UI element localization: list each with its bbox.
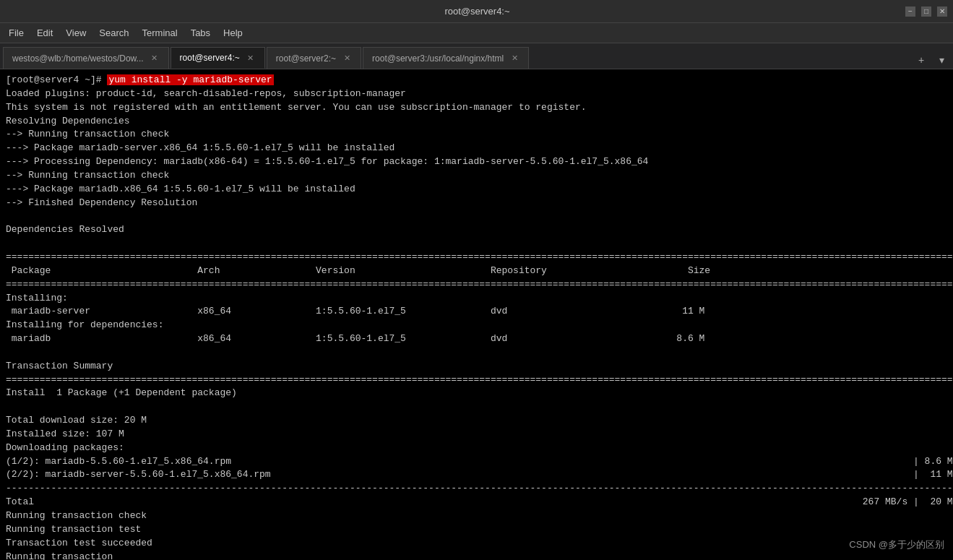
output-line-4: --> Running transaction check bbox=[6, 129, 169, 139]
separator-1: ========================================… bbox=[6, 251, 953, 262]
dl1-row: (1/2): mariadb-5.5.60-1.el7_5.x86_64.rpm… bbox=[6, 456, 953, 467]
close-button[interactable]: ✕ bbox=[937, 7, 947, 17]
pkg2-row: mariadb x86_64 1:5.5.60-1.el7_5 dvd 8.6 … bbox=[6, 333, 704, 344]
menu-file[interactable]: File bbox=[3, 25, 30, 40]
table-header: Package Arch Version Repository Size bbox=[6, 265, 710, 276]
run-check: Running transaction check bbox=[6, 510, 147, 521]
tab-server2-close[interactable]: ✕ bbox=[342, 53, 352, 64]
maximize-button[interactable]: □ bbox=[921, 7, 931, 17]
dl2-row: (2/2): mariadb-server-5.5.60-1.el7_5.x86… bbox=[6, 469, 953, 480]
tab-server3-label: root@server3:/usr/local/nginx/html bbox=[372, 53, 504, 64]
tab-bar: westos@wlb:/home/westos/Dow... ✕ root@se… bbox=[0, 43, 953, 69]
prompt: [root@server4 ~]# bbox=[6, 74, 107, 85]
summary-label: Transaction Summary bbox=[6, 361, 113, 371]
output-line-1: Loaded plugins: product-id, search-disab… bbox=[6, 88, 406, 99]
menu-search[interactable]: Search bbox=[93, 25, 134, 40]
tab-server4-label: root@server4:~ bbox=[180, 53, 240, 63]
command-highlight: yum install -y mariadb-server bbox=[107, 74, 273, 85]
dep-label: Installing for dependencies: bbox=[6, 319, 163, 330]
tab-server2-label: root@server2:~ bbox=[276, 53, 336, 64]
output-line-7: --> Running transaction check bbox=[6, 170, 169, 181]
total-row: Total 267 MB/s | 20 MB 00:00:00 bbox=[6, 496, 953, 507]
menu-view[interactable]: View bbox=[60, 25, 92, 40]
separator-3: ========================================… bbox=[6, 374, 953, 385]
tab-dropdown-button[interactable]: ▾ bbox=[933, 51, 950, 69]
installing-label: Installing: bbox=[6, 293, 68, 303]
minimize-button[interactable]: − bbox=[905, 7, 915, 17]
pkg1-row: mariadb-server x86_64 1:5.5.60-1.el7_5 d… bbox=[6, 306, 704, 316]
tab-server3[interactable]: root@server3:/usr/local/nginx/html ✕ bbox=[363, 47, 529, 69]
output-line-6: ---> Processing Dependency: mariadb(x86-… bbox=[6, 156, 648, 167]
separator-2: ========================================… bbox=[6, 279, 953, 290]
run-transaction: Running transaction bbox=[6, 551, 113, 560]
terminal-output[interactable]: [root@server4 ~]# yum install -y mariadb… bbox=[0, 69, 953, 560]
title-bar: root@server4:~ − □ ✕ bbox=[0, 0, 953, 23]
menu-edit[interactable]: Edit bbox=[31, 25, 59, 40]
test-succeeded: Transaction test succeeded bbox=[6, 538, 152, 548]
output-line-5: ---> Package mariadb-server.x86_64 1:5.5… bbox=[6, 142, 394, 153]
download-size: Total download size: 20 M bbox=[6, 415, 147, 426]
separator-4: ----------------------------------------… bbox=[6, 483, 953, 494]
tab-server4-close[interactable]: ✕ bbox=[246, 53, 256, 63]
output-line-2: This system is not registered with an en… bbox=[6, 102, 587, 113]
tab-westos-close[interactable]: ✕ bbox=[150, 53, 160, 64]
installed-size: Installed size: 107 M bbox=[6, 428, 124, 439]
output-line-8: ---> Package mariadb.x86_64 1:5.5.60-1.e… bbox=[6, 184, 355, 194]
output-line-3: Resolving Dependencies bbox=[6, 116, 130, 126]
install-count: Install 1 Package (+1 Dependent package) bbox=[6, 387, 237, 398]
tab-server3-close[interactable]: ✕ bbox=[509, 53, 519, 64]
tab-server2[interactable]: root@server2:~ ✕ bbox=[267, 47, 361, 69]
menu-tabs[interactable]: Tabs bbox=[185, 25, 216, 40]
tab-server4[interactable]: root@server4:~ ✕ bbox=[171, 47, 265, 69]
watermark: CSDN @多于少的区别 bbox=[849, 538, 944, 551]
tab-westos[interactable]: westos@wlb:/home/westos/Dow... ✕ bbox=[3, 47, 169, 69]
downloading-label: Downloading packages: bbox=[6, 442, 124, 453]
menu-terminal[interactable]: Terminal bbox=[137, 25, 184, 40]
menu-help[interactable]: Help bbox=[217, 25, 249, 40]
menu-bar: File Edit View Search Terminal Tabs Help bbox=[0, 23, 953, 43]
window-controls: − □ ✕ bbox=[905, 7, 947, 17]
tab-actions: + ▾ bbox=[913, 51, 950, 69]
new-tab-button[interactable]: + bbox=[913, 51, 930, 69]
run-test: Running transaction test bbox=[6, 524, 141, 535]
output-line-10: Dependencies Resolved bbox=[6, 224, 124, 235]
output-line-9: --> Finished Dependency Resolution bbox=[6, 197, 197, 208]
tab-westos-label: westos@wlb:/home/westos/Dow... bbox=[12, 53, 144, 64]
window-title: root@server4:~ bbox=[49, 6, 905, 17]
